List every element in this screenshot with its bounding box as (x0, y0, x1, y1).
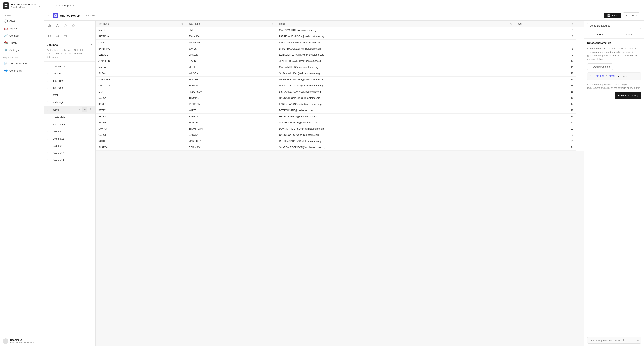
delete-column-button[interactable]: 🗑 (88, 71, 92, 76)
delete-column-button[interactable]: 🗑 (88, 86, 92, 90)
execute-query-button[interactable]: ▶ Execute Query (614, 92, 641, 99)
edit-column-button[interactable]: ✎ (78, 137, 82, 141)
cancel-button[interactable]: ✕ Cancel (623, 12, 640, 18)
delete-column-button[interactable]: 🗑 (88, 93, 92, 97)
drag-handle-icon[interactable]: ⋮⋮ (46, 65, 51, 68)
user-profile[interactable]: H Hashim Ea hashimea@outlook.com ⌄ (0, 336, 44, 346)
grid-view-button[interactable] (46, 23, 52, 29)
toggle-visibility-button[interactable]: 👁 (83, 86, 87, 90)
edit-column-button[interactable]: ✎ (78, 93, 82, 97)
toggle-visibility-button[interactable]: 👁 (83, 71, 87, 76)
table-header-last_name[interactable]: last_name⇅ (186, 21, 276, 27)
refresh-button[interactable] (54, 23, 60, 29)
edit-column-button[interactable]: ✎ (77, 107, 82, 112)
workspace-header[interactable]: Hashim's workspace Premium Plan ⌄ (0, 0, 44, 11)
edit-column-button[interactable]: ✎ (78, 115, 82, 119)
drag-handle-icon[interactable]: ⋮⋮ (46, 94, 51, 96)
prompt-send-button[interactable]: ↵ (637, 339, 640, 342)
delete-column-button[interactable]: 🗑 (88, 158, 92, 162)
sort-icon[interactable]: ⇅ (510, 23, 512, 25)
toggle-visibility-button[interactable]: 👁 (83, 122, 87, 127)
tab-query[interactable]: Query (584, 31, 614, 38)
sidebar-toggle-icon[interactable]: ⊞ (48, 3, 50, 7)
delete-column-button[interactable]: 🗑 (88, 144, 92, 148)
drag-handle-icon[interactable]: ⋮⋮ (46, 138, 51, 140)
toggle-visibility-button[interactable]: 👁 (83, 137, 87, 141)
delete-column-button[interactable]: 🗑 (88, 107, 92, 112)
toggle-visibility-button[interactable]: 👁 (83, 100, 87, 104)
drag-handle-icon[interactable]: ⋮⋮ (46, 152, 51, 154)
drag-handle-icon[interactable]: ⋮⋮ (46, 79, 51, 82)
drag-handle-icon[interactable]: ⋮⋮ (46, 101, 51, 104)
delete-column-button[interactable]: 🗑 (88, 151, 92, 155)
columns-collapse-button[interactable]: ∧ (90, 43, 92, 46)
drag-handle-icon[interactable]: ⋮⋮ (46, 130, 51, 133)
delete-column-button[interactable]: 🗑 (88, 100, 92, 104)
sidebar-item-connect[interactable]: 🔗 Connect (1, 32, 42, 39)
sidebar-item-library[interactable]: 📚 Library (1, 39, 42, 46)
sidebar-item-agents[interactable]: 🤖 Agents (1, 25, 42, 32)
image-button[interactable] (54, 33, 60, 39)
breadcrumb-ai[interactable]: ai (73, 3, 75, 6)
drag-handle-icon[interactable]: ⋮⋮ (46, 159, 51, 162)
edit-column-button[interactable]: ✎ (78, 129, 82, 134)
toggle-visibility-button[interactable]: 👁 (83, 151, 87, 155)
table-button[interactable] (62, 33, 68, 39)
tab-data[interactable]: Data (614, 31, 644, 38)
add-parameters-button[interactable]: ＋ Add parameters (587, 63, 613, 70)
edit-column-button[interactable]: ✎ (78, 71, 82, 76)
user-chevron-icon[interactable]: ⌄ (38, 340, 41, 343)
cell-row-num: 21 (515, 126, 576, 132)
sidebar-item-label: Library (9, 41, 17, 44)
delete-column-button[interactable]: 🗑 (88, 137, 92, 141)
toggle-visibility-button[interactable]: 👁 (83, 158, 87, 162)
drag-handle-icon[interactable]: ⋮⋮ (46, 72, 51, 75)
delete-column-button[interactable]: 🗑 (88, 122, 92, 127)
drag-handle-icon[interactable]: ⋮⋮ (46, 145, 51, 147)
prompt-input[interactable] (587, 337, 641, 344)
delete-column-button[interactable]: 🗑 (88, 64, 92, 69)
toggle-visibility-button[interactable]: 👁 (83, 93, 87, 97)
drag-handle-icon[interactable]: ⋮⋮ (46, 87, 51, 89)
drag-handle-icon[interactable]: ⋮⋮ (46, 109, 51, 111)
pentagon-button[interactable] (46, 33, 52, 39)
back-button[interactable]: ← (48, 14, 51, 17)
delete-column-button[interactable]: 🗑 (88, 78, 92, 83)
table-header-email[interactable]: email⇅ (276, 21, 515, 27)
chart-button[interactable] (62, 23, 68, 29)
toggle-visibility-button[interactable]: 👁 (83, 115, 87, 119)
sidebar-item-settings[interactable]: ⚙️ Settings (1, 46, 42, 53)
edit-column-button[interactable]: ✎ (78, 86, 82, 90)
edit-column-button[interactable]: ✎ (78, 158, 82, 162)
sort-icon[interactable]: ⇅ (272, 23, 273, 25)
sidebar-item-documentation[interactable]: 📄 Documentation (1, 60, 42, 67)
edit-column-button[interactable]: ✎ (78, 78, 82, 83)
table-header-addr[interactable]: addr⇅ (515, 21, 576, 27)
table-header-first_name[interactable]: first_name⇅ (96, 21, 186, 27)
edit-column-button[interactable]: ✎ (78, 100, 82, 104)
sort-icon[interactable]: ⇅ (572, 23, 573, 25)
globe-button[interactable] (70, 23, 76, 29)
toggle-visibility-button[interactable]: 👁 (83, 144, 87, 148)
sort-icon[interactable]: ⇅ (182, 23, 183, 25)
drag-handle-icon[interactable]: ⋮⋮ (46, 116, 51, 119)
toggle-visibility-button[interactable]: 👁 (82, 107, 87, 112)
sidebar-item-chat[interactable]: 💬 Chat (1, 18, 42, 25)
toggle-visibility-button[interactable]: 👁 (83, 78, 87, 83)
edit-column-button[interactable]: ✎ (78, 151, 82, 155)
edit-column-button[interactable]: ✎ (78, 122, 82, 127)
drag-handle-icon[interactable]: ⋮⋮ (46, 123, 51, 126)
edit-column-button[interactable]: ✎ (78, 144, 82, 148)
workspace-chevron-icon[interactable]: ⌄ (38, 4, 41, 7)
breadcrumb-home[interactable]: Home (54, 3, 60, 6)
edit-column-button[interactable]: ✎ (78, 64, 82, 69)
delete-column-button[interactable]: 🗑 (88, 129, 92, 134)
datasource-select[interactable]: Demo Datasource ⌄ (587, 23, 641, 29)
toggle-visibility-button[interactable]: 👁 (83, 64, 87, 69)
breadcrumb-app[interactable]: app (64, 3, 69, 6)
delete-column-button[interactable]: 🗑 (88, 115, 92, 119)
save-button[interactable]: 💾 Save (604, 12, 621, 18)
toggle-visibility-button[interactable]: 👁 (83, 129, 87, 134)
user-name: Hashim Ea (10, 339, 36, 342)
sidebar-item-community[interactable]: 👥 Community (1, 67, 42, 74)
